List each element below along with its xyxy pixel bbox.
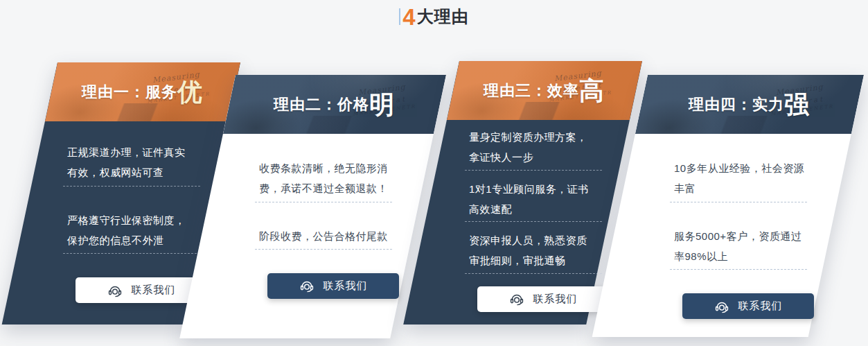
card-2-item-1: 收费条款清晰，绝无隐形消 费，承诺不通过全额退款！ [259,158,391,199]
card-2-title: 理由二：价格明 [254,75,414,134]
headset-icon [299,278,315,293]
contact-us-button-3[interactable]: 联系我们 [477,286,609,312]
card-3-body: 量身定制资质办理方案， 拿证快人一步 1对1专业顾问服务，证书 高效速配 资深申… [437,120,596,312]
card-1-item-2: 严格遵守行业保密制度， 保护您的信息不外泄 [67,210,199,251]
card-1-body: 正规渠道办理，证件真实 有效，权威网站可查 严格遵守行业保密制度， 保护您的信息… [35,121,195,303]
card-1-item-1: 正规渠道办理，证件真实 有效，权威网站可查 [67,142,199,183]
section-title: 4 大理由 [0,0,868,33]
title-number: 4 [402,6,415,28]
dashed-divider [63,186,200,187]
dashed-divider [63,253,200,254]
card-2-body: 收费条款清晰，绝无隐形消 费，承诺不通过全额退款！ 阶段收费，公告合格付尾款 联… [227,134,387,299]
dashed-divider [465,221,602,222]
contact-us-label: 联系我们 [533,293,578,306]
contact-us-label: 联系我们 [738,300,783,313]
card-3-item-3: 资深申报人员，熟悉资质 审批细则，审批通畅 [469,230,601,271]
dashed-divider [670,269,807,270]
card-2-content: 理由二：价格明 收费条款清晰，绝无隐形消 费，承诺不通过全额退款！ 阶段收费，公… [227,75,387,338]
dashed-divider [255,249,392,250]
title-cursor-line [399,8,400,25]
card-4-content: 理由四：实力强 10多年从业经验，社会资源 丰富 服务5000+客户，资质通过 … [642,75,801,337]
card-2-item-2: 阶段收费，公告合格付尾款 [259,226,391,246]
contact-us-button-2[interactable]: 联系我们 [267,273,399,299]
dashed-divider [255,202,392,202]
dashed-divider [465,273,602,274]
dashed-divider [670,202,807,202]
dashed-divider [465,170,602,171]
card-3-title: 理由三：效率高 [464,61,623,120]
contact-us-label: 联系我们 [324,279,368,293]
card-1-content: 理由一：服务优 正规渠道办理，证件真实 有效，权威网站可查 严格遵守行业保密制度… [35,62,195,325]
card-4-body: 10多年从业经验，社会资源 丰富 服务5000+客户，资质通过 率98%以上 联… [642,134,801,319]
card-3-item-1: 量身定制资质办理方案， 拿证快人一步 [469,127,601,168]
title-text: 大理由 [417,6,469,28]
reason-card-4: Measuring penetrat MARKET PENETR 理由四：实力强… [648,75,864,337]
card-4-item-2: 服务5000+客户，资质通过 率98%以上 [674,226,806,267]
card-4-title: 理由四：实力强 [669,75,829,134]
card-4-item-1: 10多年从业经验，社会资源 丰富 [674,158,806,199]
card-1-title: 理由一：服务优 [62,62,222,121]
card-3-content: 理由三：效率高 量身定制资质办理方案， 拿证快人一步 1对1专业顾问服务，证书 … [437,61,596,325]
headset-icon [107,283,123,298]
card-3-item-2: 1对1专业顾问服务，证书 高效速配 [469,179,601,220]
headset-icon [714,299,729,314]
contact-us-button-4[interactable]: 联系我们 [682,293,814,319]
contact-us-label: 联系我们 [132,284,176,297]
headset-icon [509,291,524,306]
